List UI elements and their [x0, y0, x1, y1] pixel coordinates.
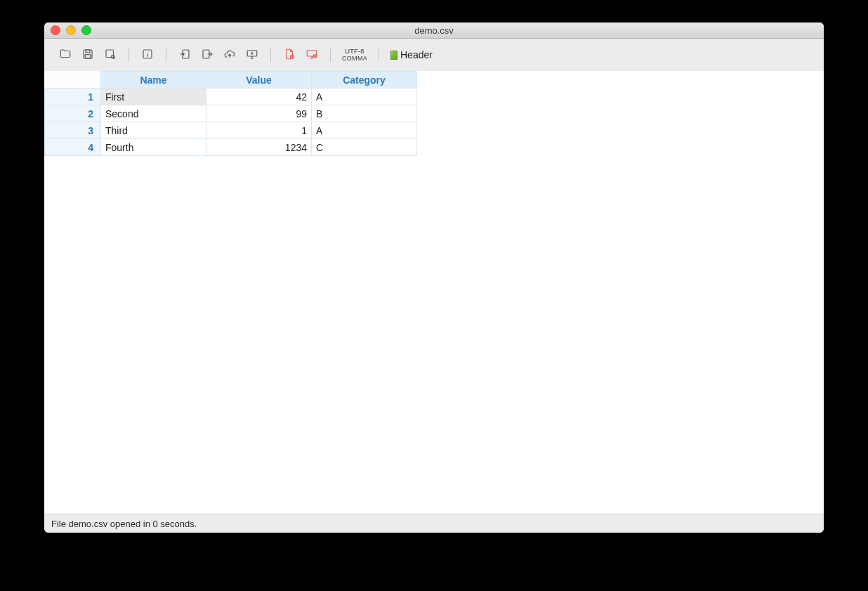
row-index[interactable]: 2 — [45, 105, 101, 122]
cell[interactable]: C — [312, 139, 417, 156]
cell[interactable]: A — [312, 122, 417, 139]
corner-cell[interactable] — [45, 72, 101, 89]
toolbar-separator — [330, 48, 331, 62]
open-file-button[interactable] — [54, 44, 77, 65]
cell[interactable]: Fourth — [101, 139, 206, 156]
folder-open-icon — [59, 48, 72, 63]
table-body: 1First42A2Second99B3Third1A4Fourth1234C — [45, 89, 417, 156]
info-icon — [141, 48, 154, 63]
cell[interactable]: 1 — [206, 122, 312, 139]
flag-icon — [390, 51, 397, 60]
table-row: 3Third1A — [45, 122, 417, 139]
export-button[interactable] — [196, 44, 218, 65]
svg-point-4 — [112, 55, 115, 58]
svg-rect-2 — [85, 54, 91, 58]
table-area[interactable]: NameValueCategory 1First42A2Second99B3Th… — [44, 71, 824, 514]
column-header[interactable]: Name — [101, 72, 206, 89]
table-header-row: NameValueCategory — [45, 72, 417, 89]
save-as-button[interactable] — [99, 44, 121, 65]
toolbar-separator — [270, 48, 271, 62]
header-toggle-label: Header — [400, 49, 433, 60]
cell[interactable]: First — [101, 89, 206, 105]
close-icon[interactable] — [51, 25, 60, 35]
table-row: 1First42A — [45, 89, 417, 105]
import-button[interactable] — [173, 44, 196, 65]
floppy-search-icon — [104, 48, 117, 63]
window-title: demo.csv — [44, 25, 824, 36]
column-header[interactable]: Category — [312, 72, 417, 89]
cell[interactable]: 1234 — [206, 139, 312, 156]
titlebar[interactable]: demo.csv — [44, 22, 824, 39]
export-icon — [201, 48, 213, 63]
zoom-icon[interactable] — [81, 25, 91, 35]
encoding-line1: UTF-8 — [342, 48, 367, 55]
encoding-indicator[interactable]: UTF-8 COMMA — [338, 48, 371, 62]
column-header[interactable]: Value — [206, 72, 312, 89]
svg-rect-12 — [307, 50, 317, 56]
cell[interactable]: A — [312, 89, 417, 105]
cell[interactable]: B — [312, 105, 417, 122]
row-index[interactable]: 3 — [45, 122, 101, 139]
app-window: demo.csv — [44, 22, 824, 533]
toolbar-separator — [129, 48, 129, 62]
svg-point-6 — [147, 52, 147, 53]
svg-rect-9 — [247, 50, 257, 56]
status-bar: File demo.csv opened in 0 seconds. — [44, 514, 824, 533]
cell[interactable]: Second — [101, 105, 206, 122]
csv-table: NameValueCategory 1First42A2Second99B3Th… — [44, 71, 417, 156]
monitor-download-icon — [246, 48, 258, 63]
download-button[interactable] — [241, 44, 263, 65]
delete-row-button[interactable] — [278, 44, 301, 65]
table-row: 2Second99B — [45, 105, 417, 122]
toolbar-separator — [379, 48, 379, 62]
cell[interactable]: Third — [101, 122, 206, 139]
toolbar-separator — [166, 48, 166, 62]
import-icon — [178, 48, 191, 63]
save-file-button[interactable] — [77, 44, 99, 65]
file-delete-icon — [283, 48, 296, 63]
floppy-disk-icon — [81, 48, 94, 63]
header-toggle[interactable]: Header — [386, 49, 437, 60]
svg-rect-3 — [106, 50, 114, 58]
status-text: File demo.csv opened in 0 seconds. — [51, 519, 197, 529]
minimize-icon[interactable] — [66, 25, 76, 35]
cell[interactable]: 99 — [206, 105, 312, 122]
row-index[interactable]: 4 — [45, 139, 101, 156]
encoding-line2: COMMA — [342, 55, 367, 62]
toolbar: UTF-8 COMMA Header — [44, 39, 824, 71]
upload-button[interactable] — [218, 44, 241, 65]
delete-column-button[interactable] — [301, 44, 323, 65]
row-index[interactable]: 1 — [45, 89, 101, 105]
cell[interactable]: 42 — [206, 89, 312, 105]
cloud-upload-icon — [223, 48, 236, 63]
info-button[interactable] — [136, 44, 159, 65]
traffic-lights — [44, 25, 91, 35]
svg-rect-1 — [86, 50, 90, 53]
svg-point-10 — [251, 52, 253, 53]
table-row: 4Fourth1234C — [45, 139, 417, 156]
screen-delete-icon — [305, 48, 318, 63]
